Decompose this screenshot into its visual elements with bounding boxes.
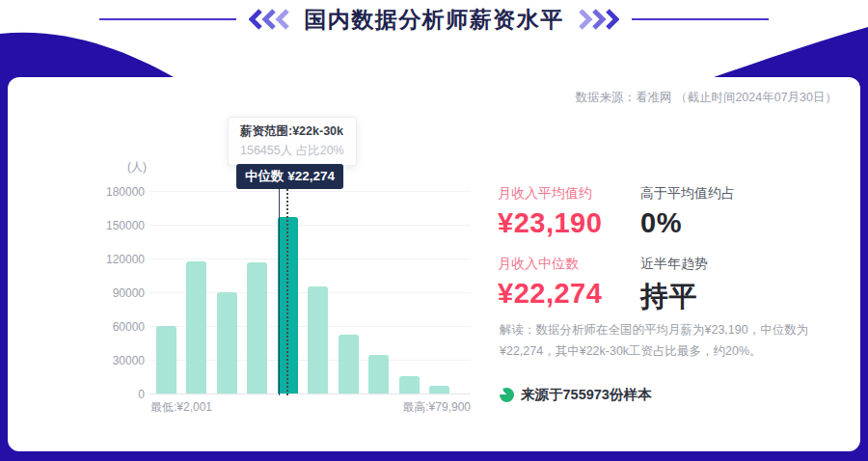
bar[interactable] xyxy=(217,292,237,393)
stat-average-income: 月收入平均值约 ¥23,190 xyxy=(498,185,640,239)
gridline xyxy=(149,258,471,259)
stat-value: 0% xyxy=(640,207,735,239)
page: 国内数据分析师薪资水平 数据来源：看准网 （截止时间2024年07月30日） 薪… xyxy=(0,0,868,461)
sample-source-label: 来源于755973份样本 xyxy=(521,386,651,404)
stats-panel: 月收入平均值约 ¥23,190 高于平均值约占 0% 月收入中位数 ¥22,27… xyxy=(498,185,735,316)
bar[interactable] xyxy=(186,261,206,393)
stat-above-average-share: 高于平均值约占 0% xyxy=(640,185,735,239)
y-tick-label: 120000 xyxy=(8,253,145,266)
bar[interactable] xyxy=(368,355,389,393)
y-axis-ticks: 0300006000090000120000150000180000 xyxy=(8,188,145,394)
stat-value: ¥22,274 xyxy=(498,278,640,310)
stat-value: 持平 xyxy=(640,278,735,316)
stat-label: 月收入平均值约 xyxy=(498,185,640,203)
y-tick-label: 30000 xyxy=(8,354,145,367)
stat-label: 高于平均值约占 xyxy=(640,185,735,203)
decorative-swoosh xyxy=(0,25,868,77)
stat-value: ¥23,190 xyxy=(498,207,640,239)
data-source-note: 数据来源：看准网 （截止时间2024年07月30日） xyxy=(575,90,837,106)
y-tick-label: 90000 xyxy=(8,286,145,300)
y-tick-label: 60000 xyxy=(8,320,145,334)
bar[interactable] xyxy=(429,386,449,393)
tooltip-salary-range: 薪资范围:¥22k-30k xyxy=(240,123,344,140)
y-tick-label: 150000 xyxy=(8,219,145,232)
gridline xyxy=(149,191,471,192)
tooltip-count-share: 156455人 占比20% xyxy=(240,143,344,159)
y-tick-label: 180000 xyxy=(8,185,145,199)
bar-plot xyxy=(149,188,471,394)
x-min-label: 最低:¥2,001 xyxy=(150,399,212,416)
stat-half-year-trend: 近半年趋势 持平 xyxy=(640,256,735,316)
title-line-left xyxy=(99,18,236,20)
bar[interactable] xyxy=(399,376,420,393)
median-badge: 中位数 ¥22,274 xyxy=(236,164,343,189)
bar[interactable] xyxy=(247,262,267,393)
bar[interactable] xyxy=(156,326,176,393)
interpretation-text: 解读：数据分析师在全国的平均月薪为¥23,190，中位数为¥22,274，其中¥… xyxy=(500,320,835,363)
x-max-label: 最高:¥79,900 xyxy=(366,399,471,416)
gridline xyxy=(149,225,471,226)
bar[interactable] xyxy=(308,286,328,393)
chart-tooltip: 薪资范围:¥22k-30k 156455人 占比20% xyxy=(228,117,357,166)
gridline xyxy=(149,393,471,394)
y-tick-label: 0 xyxy=(8,388,145,401)
bar[interactable] xyxy=(339,335,359,393)
stat-median-income: 月收入中位数 ¥22,274 xyxy=(498,256,640,316)
stat-label: 月收入中位数 xyxy=(498,256,640,273)
tooltip-pointer-line xyxy=(286,158,288,395)
sample-source: 来源于755973份样本 xyxy=(500,386,651,404)
median-line xyxy=(279,186,280,395)
stat-label: 近半年趋势 xyxy=(640,256,735,273)
y-axis-unit: (人) xyxy=(104,159,147,176)
title-line-right xyxy=(632,18,769,20)
pie-chart-icon xyxy=(500,388,514,402)
content-card: 数据来源：看准网 （截止时间2024年07月30日） 薪资范围:¥22k-30k… xyxy=(8,77,860,451)
